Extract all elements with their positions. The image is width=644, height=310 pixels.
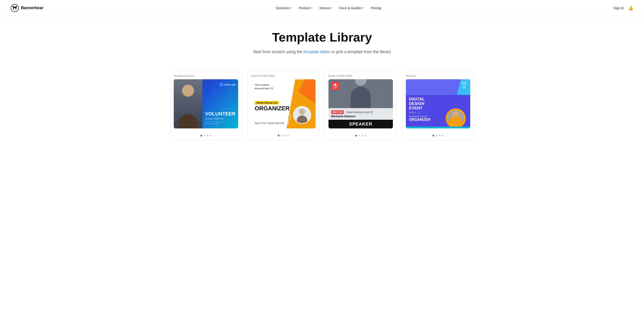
dot-4 xyxy=(442,135,444,136)
card-3-dots xyxy=(325,132,396,140)
card4-snowflake-icon: ✳ xyxy=(462,85,466,90)
card2-institute: Tech InstituteAnnual Event '22 xyxy=(255,83,312,90)
card4-logo-text: EVENTLOGO xyxy=(462,82,467,85)
dot-3 xyxy=(361,135,363,136)
card-4-dots xyxy=(402,132,474,140)
nav-product[interactable]: Product ▾ xyxy=(299,6,312,10)
card4-photo-circle xyxy=(448,110,464,126)
nav-docs[interactable]: Docs & Guides ▾ xyxy=(339,6,364,10)
card2-photo-circle xyxy=(293,106,311,124)
card3-logo-box: EVENTLOGO xyxy=(331,82,339,90)
dot-2 xyxy=(281,135,283,136)
dot-3 xyxy=(284,135,286,136)
card4-logo-area: EVENTLOGO ✳ xyxy=(462,82,467,90)
chevron-down-icon: ▾ xyxy=(331,7,332,9)
card-4-image: EVENTLOGO ✳ DIGITALDESIGNEVENT APR 8 - 1… xyxy=(406,79,470,128)
hero-subtitle: Start from scratch using the template ed… xyxy=(5,49,639,55)
card-1-dots xyxy=(170,132,242,140)
card3-logo-triangle xyxy=(334,83,337,85)
dot-1 xyxy=(278,135,280,136)
dot-1 xyxy=(200,135,202,136)
logo-text: Bannerbear xyxy=(21,5,44,10)
card-2-dots xyxy=(248,132,319,140)
card-1-image: Event Logo VOLUNTEER Howard Williams MCG… xyxy=(174,79,238,128)
card-1-photo xyxy=(174,79,202,128)
chevron-down-icon: ▾ xyxy=(290,7,292,9)
svg-point-5 xyxy=(14,7,14,8)
card3-logo-label: EVENTLOGO xyxy=(333,86,337,89)
card2-name-badge: Simon Dunne Lee xyxy=(255,101,279,104)
template-card-3[interactable]: Event Id With Photo EVENTLOGO MA xyxy=(325,71,397,140)
logo[interactable]: Bannerbear xyxy=(11,4,44,12)
dot-1 xyxy=(355,135,357,136)
dot-4 xyxy=(287,135,289,136)
sign-in-button[interactable]: Sign In xyxy=(613,6,624,10)
dot-1 xyxy=(432,135,434,136)
card4-cyan-bar xyxy=(406,127,470,128)
card3-date-badge: MAY 8-10 xyxy=(331,110,344,114)
logo-icon xyxy=(11,4,19,12)
card2-logo-text: YOUR EVENT LOGO xyxy=(284,121,291,125)
dot-2 xyxy=(436,135,438,136)
nav-solutions[interactable]: Solutions ▾ xyxy=(276,6,292,10)
card-4-label: Event Id xyxy=(402,71,474,79)
svg-point-6 xyxy=(15,7,16,8)
card1-decorative-circle2 xyxy=(214,81,232,99)
dot-2 xyxy=(204,135,205,136)
dot-4 xyxy=(210,135,212,136)
nav-pricing[interactable]: Pricing xyxy=(371,6,381,10)
template-grid: Gradient Event Id Event Logo VOLUNTEER xyxy=(161,66,483,151)
card-3-label: Event Id With Photo xyxy=(325,71,396,79)
dot-3 xyxy=(439,135,440,136)
card2-logo-area: ⊙ YOUR EVENT LOGO xyxy=(284,113,291,125)
template-card-1[interactable]: Gradient Event Id Event Logo VOLUNTEER xyxy=(170,71,242,140)
template-card-2[interactable]: Event Id With Photo Tech InstituteAnnual… xyxy=(247,71,319,140)
dot-2 xyxy=(358,135,360,136)
card-1-label: Gradient Event Id xyxy=(170,71,242,79)
template-editor-link[interactable]: template editor xyxy=(304,49,330,54)
nav-links: Solutions ▾ Product ▾ Demos ▾ Docs & Gui… xyxy=(276,6,381,10)
card3-role: SPEAKER xyxy=(331,121,390,127)
bell-icon[interactable]: 🔔 xyxy=(628,5,633,10)
template-card-4[interactable]: Event Id EVENTLOGO ✳ DIGITALDESIGNEVENT … xyxy=(402,71,474,140)
dot-3 xyxy=(206,135,208,136)
chevron-down-icon: ▾ xyxy=(311,7,312,9)
card-3-image: EVENTLOGO MAY 8-10 Global Education Even… xyxy=(328,79,393,128)
card3-person xyxy=(347,79,374,108)
card-2-image: Tech InstituteAnnual Event '22 Simon Dun… xyxy=(251,79,316,128)
chevron-down-icon: ▾ xyxy=(362,7,364,9)
card-2-label: Event Id With Photo xyxy=(248,71,319,79)
nav-actions: Sign In 🔔 xyxy=(613,5,633,10)
hero-section: Template Library Start from scratch usin… xyxy=(0,16,644,66)
card3-speaker-name: Michaela Dawson xyxy=(331,115,390,118)
page-title: Template Library xyxy=(5,30,639,44)
card3-event-name: Global Education Event '22 xyxy=(346,111,373,113)
navbar: Bannerbear Solutions ▾ Product ▾ Demos ▾… xyxy=(0,0,644,16)
dot-4 xyxy=(364,135,366,136)
nav-demos[interactable]: Demos ▾ xyxy=(320,6,332,10)
